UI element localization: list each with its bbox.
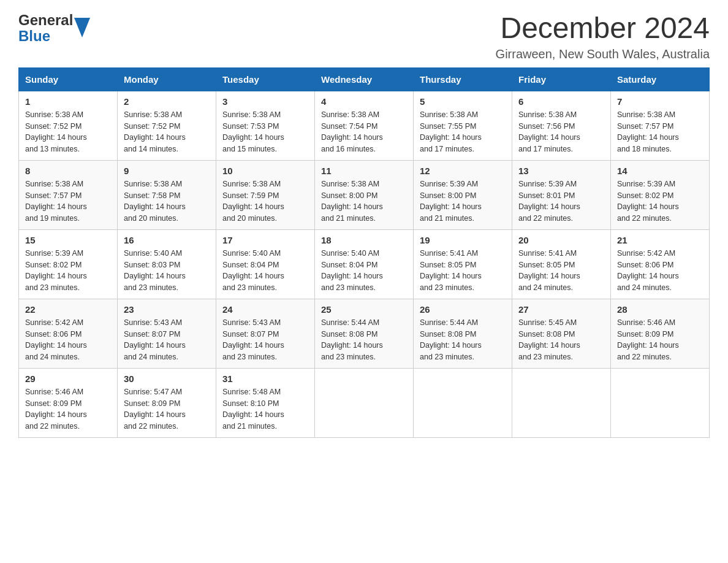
table-row: 3Sunrise: 5:38 AMSunset: 7:53 PMDaylight… (216, 91, 315, 160)
day-number: 6 (518, 96, 604, 107)
day-number: 23 (124, 304, 210, 315)
logo-blue-text: Blue (18, 28, 73, 44)
day-number: 26 (420, 304, 506, 315)
day-number: 3 (222, 96, 308, 107)
table-row: 23Sunrise: 5:43 AMSunset: 8:07 PMDayligh… (118, 299, 216, 368)
table-row: 30Sunrise: 5:47 AMSunset: 8:09 PMDayligh… (118, 368, 216, 437)
day-number: 2 (124, 96, 210, 107)
calendar-week-row: 29Sunrise: 5:46 AMSunset: 8:09 PMDayligh… (19, 368, 710, 437)
day-info: Sunrise: 5:39 AMSunset: 8:00 PMDaylight:… (420, 178, 506, 224)
logo-arrow-icon (74, 18, 90, 40)
table-row: 28Sunrise: 5:46 AMSunset: 8:09 PMDayligh… (611, 299, 710, 368)
day-info: Sunrise: 5:38 AMSunset: 7:56 PMDaylight:… (518, 109, 604, 155)
day-number: 31 (222, 373, 308, 384)
day-info: Sunrise: 5:46 AMSunset: 8:09 PMDaylight:… (25, 386, 111, 432)
day-number: 29 (25, 373, 111, 384)
table-row: 15Sunrise: 5:39 AMSunset: 8:02 PMDayligh… (19, 229, 118, 299)
day-number: 25 (321, 304, 407, 315)
day-info: Sunrise: 5:45 AMSunset: 8:08 PMDaylight:… (518, 317, 604, 363)
table-row: 24Sunrise: 5:43 AMSunset: 8:07 PMDayligh… (216, 299, 315, 368)
header-thursday: Thursday (414, 67, 512, 91)
table-row: 31Sunrise: 5:48 AMSunset: 8:10 PMDayligh… (216, 368, 315, 437)
day-number: 9 (124, 166, 210, 176)
day-info: Sunrise: 5:41 AMSunset: 8:05 PMDaylight:… (518, 248, 604, 294)
day-info: Sunrise: 5:42 AMSunset: 8:06 PMDaylight:… (25, 317, 111, 363)
day-info: Sunrise: 5:46 AMSunset: 8:09 PMDaylight:… (617, 317, 703, 363)
day-number: 30 (124, 373, 210, 384)
table-row: 20Sunrise: 5:41 AMSunset: 8:05 PMDayligh… (512, 229, 611, 299)
day-info: Sunrise: 5:38 AMSunset: 7:52 PMDaylight:… (124, 109, 210, 155)
day-number: 27 (518, 304, 604, 315)
day-info: Sunrise: 5:38 AMSunset: 7:55 PMDaylight:… (420, 109, 506, 155)
day-info: Sunrise: 5:39 AMSunset: 8:01 PMDaylight:… (518, 178, 604, 224)
day-number: 21 (617, 235, 703, 245)
header-wednesday: Wednesday (315, 67, 414, 91)
header-friday: Friday (512, 67, 611, 91)
day-number: 16 (124, 235, 210, 245)
table-row (414, 368, 512, 437)
day-info: Sunrise: 5:39 AMSunset: 8:02 PMDaylight:… (617, 178, 703, 224)
day-number: 1 (25, 96, 111, 107)
day-info: Sunrise: 5:38 AMSunset: 7:57 PMDaylight:… (25, 178, 111, 224)
month-title: December 2024 (496, 12, 710, 45)
table-row: 27Sunrise: 5:45 AMSunset: 8:08 PMDayligh… (512, 299, 611, 368)
table-row: 5Sunrise: 5:38 AMSunset: 7:55 PMDaylight… (414, 91, 512, 160)
day-info: Sunrise: 5:43 AMSunset: 8:07 PMDaylight:… (222, 317, 308, 363)
day-number: 12 (420, 166, 506, 176)
header-sunday: Sunday (19, 67, 118, 91)
title-block: December 2024 Girraween, New South Wales… (496, 12, 710, 61)
day-number: 22 (25, 304, 111, 315)
day-info: Sunrise: 5:44 AMSunset: 8:08 PMDaylight:… (321, 317, 407, 363)
day-info: Sunrise: 5:48 AMSunset: 8:10 PMDaylight:… (222, 386, 308, 432)
table-row: 29Sunrise: 5:46 AMSunset: 8:09 PMDayligh… (19, 368, 118, 437)
day-info: Sunrise: 5:38 AMSunset: 7:57 PMDaylight:… (617, 109, 703, 155)
table-row: 21Sunrise: 5:42 AMSunset: 8:06 PMDayligh… (611, 229, 710, 299)
table-row: 14Sunrise: 5:39 AMSunset: 8:02 PMDayligh… (611, 160, 710, 229)
day-info: Sunrise: 5:40 AMSunset: 8:03 PMDaylight:… (124, 248, 210, 294)
day-number: 17 (222, 235, 308, 245)
calendar-week-row: 1Sunrise: 5:38 AMSunset: 7:52 PMDaylight… (19, 91, 710, 160)
table-row: 22Sunrise: 5:42 AMSunset: 8:06 PMDayligh… (19, 299, 118, 368)
table-row (315, 368, 414, 437)
day-info: Sunrise: 5:43 AMSunset: 8:07 PMDaylight:… (124, 317, 210, 363)
day-info: Sunrise: 5:38 AMSunset: 8:00 PMDaylight:… (321, 178, 407, 224)
day-number: 13 (518, 166, 604, 176)
day-number: 14 (617, 166, 703, 176)
location-title: Girraween, New South Wales, Australia (496, 47, 710, 61)
day-info: Sunrise: 5:47 AMSunset: 8:09 PMDaylight:… (124, 386, 210, 432)
day-info: Sunrise: 5:39 AMSunset: 8:02 PMDaylight:… (25, 248, 111, 294)
table-row (611, 368, 710, 437)
header-monday: Monday (118, 67, 216, 91)
day-number: 18 (321, 235, 407, 245)
calendar-header-row: Sunday Monday Tuesday Wednesday Thursday… (19, 67, 710, 91)
table-row (512, 368, 611, 437)
day-info: Sunrise: 5:38 AMSunset: 7:54 PMDaylight:… (321, 109, 407, 155)
table-row: 19Sunrise: 5:41 AMSunset: 8:05 PMDayligh… (414, 229, 512, 299)
table-row: 6Sunrise: 5:38 AMSunset: 7:56 PMDaylight… (512, 91, 611, 160)
day-number: 10 (222, 166, 308, 176)
calendar-week-row: 8Sunrise: 5:38 AMSunset: 7:57 PMDaylight… (19, 160, 710, 229)
table-row: 2Sunrise: 5:38 AMSunset: 7:52 PMDaylight… (118, 91, 216, 160)
day-info: Sunrise: 5:38 AMSunset: 7:52 PMDaylight:… (25, 109, 111, 155)
calendar-week-row: 15Sunrise: 5:39 AMSunset: 8:02 PMDayligh… (19, 229, 710, 299)
logo-general-text: General (18, 12, 73, 28)
day-info: Sunrise: 5:40 AMSunset: 8:04 PMDaylight:… (321, 248, 407, 294)
day-info: Sunrise: 5:42 AMSunset: 8:06 PMDaylight:… (617, 248, 703, 294)
header: General Blue December 2024 Girraween, Ne… (18, 12, 710, 61)
table-row: 25Sunrise: 5:44 AMSunset: 8:08 PMDayligh… (315, 299, 414, 368)
day-number: 24 (222, 304, 308, 315)
page: General Blue December 2024 Girraween, Ne… (0, 0, 728, 456)
calendar-week-row: 22Sunrise: 5:42 AMSunset: 8:06 PMDayligh… (19, 299, 710, 368)
day-number: 7 (617, 96, 703, 107)
table-row: 13Sunrise: 5:39 AMSunset: 8:01 PMDayligh… (512, 160, 611, 229)
day-info: Sunrise: 5:41 AMSunset: 8:05 PMDaylight:… (420, 248, 506, 294)
day-info: Sunrise: 5:44 AMSunset: 8:08 PMDaylight:… (420, 317, 506, 363)
table-row: 12Sunrise: 5:39 AMSunset: 8:00 PMDayligh… (414, 160, 512, 229)
table-row: 7Sunrise: 5:38 AMSunset: 7:57 PMDaylight… (611, 91, 710, 160)
day-info: Sunrise: 5:40 AMSunset: 8:04 PMDaylight:… (222, 248, 308, 294)
day-number: 5 (420, 96, 506, 107)
day-number: 20 (518, 235, 604, 245)
table-row: 17Sunrise: 5:40 AMSunset: 8:04 PMDayligh… (216, 229, 315, 299)
table-row: 16Sunrise: 5:40 AMSunset: 8:03 PMDayligh… (118, 229, 216, 299)
table-row: 10Sunrise: 5:38 AMSunset: 7:59 PMDayligh… (216, 160, 315, 229)
